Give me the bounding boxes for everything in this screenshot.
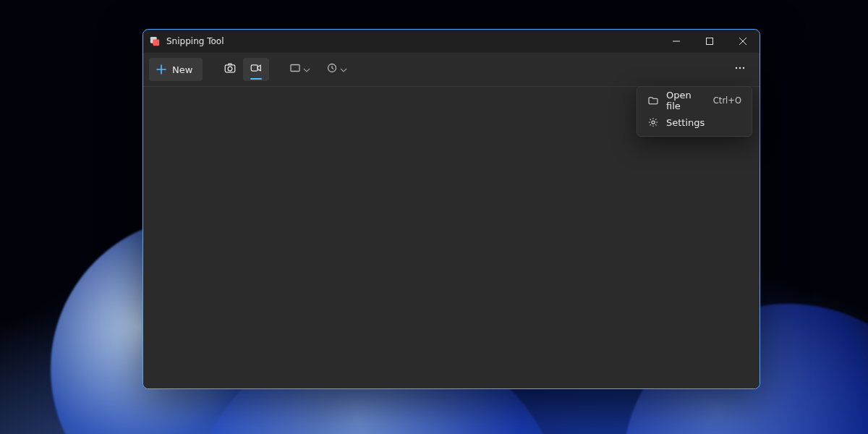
menu-item-settings[interactable]: Settings <box>640 111 749 133</box>
more-horizontal-icon <box>734 62 746 77</box>
new-snip-label: New <box>172 64 192 75</box>
new-snip-button[interactable]: New <box>149 58 203 81</box>
record-mode-button[interactable] <box>243 58 269 81</box>
svg-point-11 <box>652 121 655 124</box>
window-title: Snipping Tool <box>166 36 224 46</box>
svg-point-4 <box>228 67 232 71</box>
more-options-button[interactable] <box>726 58 754 81</box>
minimize-button[interactable] <box>660 30 693 53</box>
close-button[interactable] <box>726 30 760 53</box>
chevron-down-icon <box>303 63 310 77</box>
more-options-menu: Open file Ctrl+O Settings <box>637 86 752 137</box>
delay-dropdown[interactable] <box>320 58 353 81</box>
video-camera-icon <box>250 61 263 77</box>
svg-point-9 <box>739 67 741 69</box>
gear-icon <box>647 116 659 128</box>
toolbar: New <box>143 53 760 87</box>
plus-icon <box>156 64 166 75</box>
svg-rect-6 <box>291 65 299 72</box>
capture-mode-group <box>217 58 269 81</box>
menu-item-shortcut: Ctrl+O <box>713 95 741 106</box>
screenshot-mode-button[interactable] <box>217 58 243 81</box>
snip-shape-dropdown[interactable] <box>284 58 316 81</box>
svg-point-8 <box>736 67 737 69</box>
svg-rect-1 <box>153 39 159 46</box>
clock-icon <box>326 62 338 77</box>
folder-open-icon <box>647 95 659 106</box>
titlebar[interactable]: Snipping Tool <box>143 30 760 53</box>
svg-point-10 <box>743 67 744 69</box>
svg-rect-5 <box>252 65 258 71</box>
rectangle-icon <box>289 62 301 77</box>
svg-rect-2 <box>707 38 713 44</box>
camera-icon <box>224 61 237 77</box>
menu-item-label: Settings <box>666 117 741 128</box>
chevron-down-icon <box>340 63 347 77</box>
maximize-button[interactable] <box>693 30 726 53</box>
menu-item-open-file[interactable]: Open file Ctrl+O <box>640 90 749 111</box>
app-icon <box>149 35 161 47</box>
menu-item-label: Open file <box>666 90 706 111</box>
snipping-tool-window: Snipping Tool New <box>142 29 760 389</box>
